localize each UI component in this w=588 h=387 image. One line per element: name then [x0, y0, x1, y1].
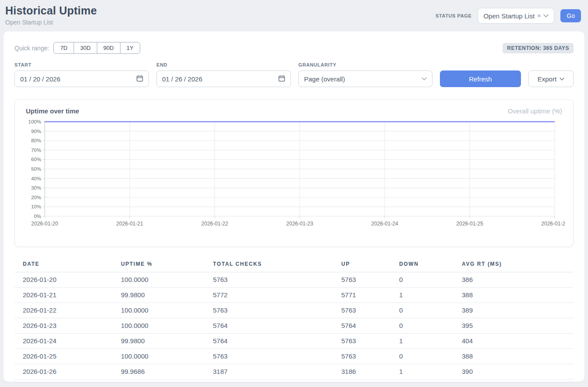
table-cell: 5763: [213, 272, 341, 288]
refresh-button[interactable]: Refresh: [440, 70, 521, 87]
svg-text:60%: 60%: [31, 157, 41, 162]
table-cell: 2026-01-22: [14, 303, 121, 318]
quick-range-7d[interactable]: 7D: [53, 42, 74, 54]
table-cell: 5763: [341, 272, 399, 288]
status-page-select[interactable]: Open Startup List ×: [478, 8, 554, 24]
export-button-label: Export: [538, 75, 556, 83]
table-cell: 1: [399, 364, 462, 380]
table-cell: 0: [399, 318, 462, 334]
table-cell: 5764: [341, 318, 399, 334]
start-date-input[interactable]: 01 / 20 / 2026: [14, 70, 149, 87]
retention-badge: RETENTION: 365 DAYS: [503, 43, 574, 53]
granularity-selected-value: Page (overall): [304, 75, 345, 83]
chart-canvas: 0%10%20%30%40%50%60%70%80%90%100%2026-01…: [22, 117, 565, 235]
table-cell: 5763: [213, 349, 341, 364]
uptime-chart-card: Uptime over time Overall uptime (%) 0%10…: [14, 99, 574, 247]
daily-uptime-table: DATEUPTIME %TOTAL CHECKSUPDOWNAVG RT (MS…: [14, 257, 574, 380]
table-cell: 388: [462, 349, 574, 364]
svg-text:50%: 50%: [31, 166, 41, 172]
table-cell: 2026-01-25: [14, 349, 121, 364]
table-cell: 388: [462, 288, 574, 303]
calendar-icon[interactable]: [136, 75, 143, 83]
svg-text:2026-01-23: 2026-01-23: [286, 221, 313, 227]
table-cell: 404: [462, 334, 574, 349]
quick-range-30d[interactable]: 30D: [74, 42, 97, 54]
svg-text:30%: 30%: [31, 185, 41, 190]
table-cell: 386: [462, 272, 574, 288]
table-cell: 99.9686: [121, 364, 213, 380]
table-row: 2026-01-2499.9800576457631404: [14, 334, 574, 349]
chevron-down-icon: [543, 14, 549, 18]
table-cell: 2026-01-24: [14, 334, 121, 349]
status-page-label: STATUS PAGE: [436, 13, 471, 18]
table-cell: 100.0000: [121, 318, 213, 334]
top-header: Historical Uptime Open Startup List STAT…: [0, 0, 588, 32]
table-cell: 2026-01-20: [14, 272, 121, 288]
start-date-value: 01 / 20 / 2026: [20, 75, 60, 83]
header-right: STATUS PAGE Open Startup List × Go: [436, 8, 581, 24]
table-cell: 1: [399, 288, 462, 303]
table-cell: 5764: [213, 318, 341, 334]
table-cell: 2026-01-23: [14, 318, 121, 334]
end-date-input[interactable]: 01 / 26 / 2026: [156, 70, 291, 87]
table-cell: 2026-01-26: [14, 364, 121, 380]
column-header-uptime-: UPTIME %: [121, 257, 213, 272]
quick-range-label: Quick range:: [14, 45, 49, 52]
export-button[interactable]: Export: [528, 70, 574, 87]
table-cell: 0: [399, 272, 462, 288]
table-cell: 390: [462, 364, 574, 380]
table-row: 2026-01-23100.0000576457640395: [14, 318, 574, 334]
granularity-select[interactable]: Page (overall): [298, 70, 432, 87]
clear-selection-icon[interactable]: ×: [537, 12, 541, 19]
svg-text:20%: 20%: [31, 195, 41, 200]
table-row: 2026-01-25100.0000576357630388: [14, 349, 574, 364]
start-date-label: START: [14, 62, 149, 67]
svg-text:90%: 90%: [31, 129, 41, 134]
title-block: Historical Uptime Open Startup List: [5, 4, 97, 26]
end-date-label: END: [156, 62, 291, 67]
table-cell: 2026-01-21: [14, 288, 121, 303]
table-cell: 395: [462, 318, 574, 334]
svg-text:2026-01-20: 2026-01-20: [31, 221, 58, 227]
table-row: 2026-01-20100.0000576357630386: [14, 272, 574, 288]
table-cell: 100.0000: [121, 272, 213, 288]
table-cell: 3186: [341, 364, 399, 380]
column-header-up: UP: [341, 257, 399, 272]
chart-title: Uptime over time: [26, 107, 79, 115]
uptime-line-chart: 0%10%20%30%40%50%60%70%80%90%100%2026-01…: [22, 117, 566, 236]
quick-range-90d[interactable]: 90D: [97, 42, 120, 54]
table-cell: 3187: [213, 364, 341, 380]
chevron-down-icon: [560, 77, 564, 81]
table-cell: 5763: [341, 303, 399, 318]
quick-range-1y[interactable]: 1Y: [120, 42, 140, 54]
svg-text:10%: 10%: [31, 204, 41, 209]
svg-text:70%: 70%: [31, 148, 41, 153]
granularity-label: GRANULARITY: [298, 62, 432, 67]
table-cell: 5763: [341, 349, 399, 364]
column-header-date: DATE: [14, 257, 121, 272]
svg-text:2026-01-22: 2026-01-22: [201, 221, 228, 227]
svg-text:80%: 80%: [31, 138, 41, 143]
table-cell: 100.0000: [121, 349, 213, 364]
column-header-down: DOWN: [399, 257, 462, 272]
filters-row: START 01 / 20 / 2026 END 01 / 26 / 2026 …: [14, 62, 574, 87]
table-cell: 5771: [341, 288, 399, 303]
page-title: Historical Uptime: [5, 4, 97, 17]
calendar-icon[interactable]: [278, 75, 285, 83]
table-cell: 0: [399, 303, 462, 318]
table-row: 2026-01-2199.9800577257711388: [14, 288, 574, 303]
svg-text:2026-01-24: 2026-01-24: [371, 221, 398, 227]
table-cell: 5763: [341, 334, 399, 349]
table-row: 2026-01-2699.9686318731861390: [14, 364, 574, 380]
table-header: DATEUPTIME %TOTAL CHECKSUPDOWNAVG RT (MS…: [14, 257, 574, 272]
chart-legend: Overall uptime (%): [508, 107, 562, 115]
table-cell: 99.9800: [121, 334, 213, 349]
chevron-down-icon: [422, 77, 427, 81]
main-panel: Quick range: 7D 30D 90D 1Y RETENTION: 36…: [4, 32, 584, 382]
end-date-value: 01 / 26 / 2026: [162, 75, 202, 83]
go-button[interactable]: Go: [560, 9, 581, 22]
table-cell: 389: [462, 303, 574, 318]
quick-range-group: 7D 30D 90D 1Y: [53, 42, 140, 54]
page-subtitle: Open Startup List: [5, 19, 97, 26]
status-page-selected-value: Open Startup List: [483, 12, 535, 20]
